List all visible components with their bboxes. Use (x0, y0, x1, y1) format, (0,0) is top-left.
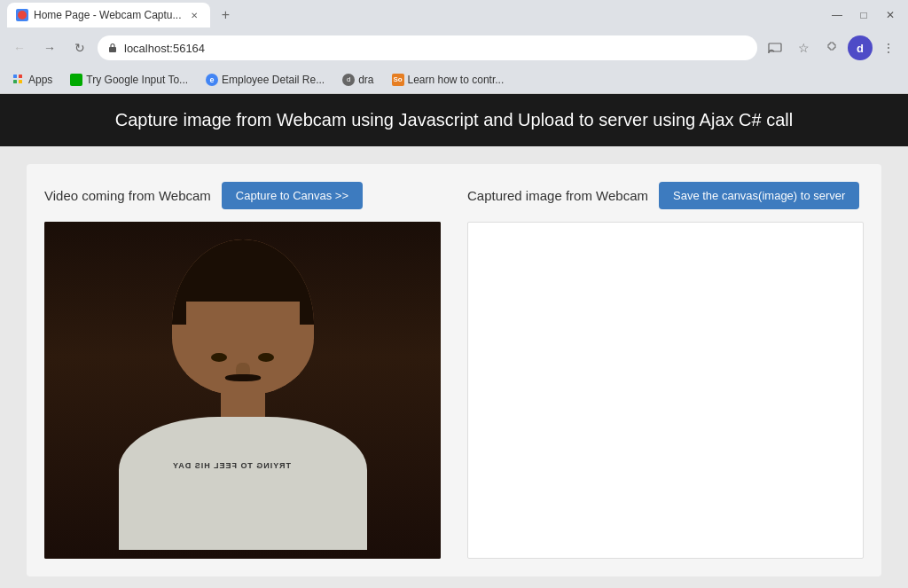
person-shoulders (119, 417, 367, 550)
browser-tab[interactable]: Home Page - Webcam Captu... ✕ (7, 3, 210, 27)
google-input-label: Try Google Input To... (86, 74, 188, 86)
video-section-label: Video coming from Webcam (44, 188, 211, 203)
person-mustache (225, 374, 261, 381)
person-eye-left (211, 353, 227, 362)
tab-close-button[interactable]: ✕ (187, 8, 201, 22)
tab-favicon (16, 9, 28, 21)
bookmark-star-icon[interactable]: ☆ (791, 35, 816, 60)
employee-favicon: e (206, 74, 218, 86)
svg-rect-1 (109, 47, 116, 52)
url-text: localhost:56164 (124, 42, 748, 55)
person-face (186, 302, 300, 395)
webcam-feed: TRYING TO FEEL HIS DAY (44, 222, 441, 559)
minimize-button[interactable]: — (826, 4, 848, 26)
page-title: Capture image from Webcam using Javascri… (115, 110, 793, 129)
maximize-button[interactable]: □ (853, 4, 874, 26)
person-eye-right (258, 353, 274, 362)
shirt-text: TRYING TO FEEL HIS DAY (172, 461, 291, 470)
google-input-favicon (70, 74, 82, 86)
bookmark-employee[interactable]: e Employee Detail Re... (200, 72, 330, 88)
url-bar[interactable]: localhost:56164 (98, 35, 757, 60)
page-header: Capture image from Webcam using Javascri… (0, 94, 908, 146)
dra-favicon: d (342, 74, 355, 86)
svg-rect-7 (19, 80, 22, 83)
main-content: Video coming from Webcam Capture to Canv… (27, 164, 881, 576)
svg-rect-4 (13, 74, 17, 78)
person-silhouette: TRYING TO FEEL HIS DAY (119, 231, 367, 550)
svg-rect-5 (19, 74, 22, 78)
secure-icon (106, 42, 119, 54)
right-section-header: Captured image from Webcam Save the canv… (467, 182, 864, 209)
svg-point-3 (768, 51, 770, 53)
bookmark-dra[interactable]: d dra (337, 72, 379, 88)
howto-label: Learn how to contr... (408, 74, 505, 86)
person-head (172, 239, 314, 395)
columns-layout: Video coming from Webcam Capture to Canv… (44, 182, 864, 559)
bookmark-howto[interactable]: So Learn how to contr... (387, 72, 510, 88)
toolbar-icons: ☆ d ⋮ (763, 35, 901, 60)
address-bar: ← → ↻ localhost:56164 ☆ d ⋮ (0, 30, 908, 66)
webcam-video-area: TRYING TO FEEL HIS DAY (44, 222, 441, 559)
bookmark-apps[interactable]: Apps (7, 72, 58, 88)
apps-label: Apps (28, 74, 52, 86)
svg-rect-6 (13, 80, 17, 83)
howto-favicon: So (392, 74, 404, 86)
window-controls: — □ ✕ (826, 4, 901, 26)
bookmarks-bar: Apps Try Google Input To... e Employee D… (0, 66, 908, 94)
page-content: Capture image from Webcam using Javascri… (0, 94, 908, 588)
employee-label: Employee Detail Re... (222, 74, 325, 86)
back-button[interactable]: ← (7, 35, 32, 60)
capture-to-canvas-button[interactable]: Capture to Canvas >> (222, 182, 363, 209)
svg-point-0 (18, 11, 27, 20)
canvas-section-label: Captured image from Webcam (467, 188, 648, 203)
tab-title: Home Page - Webcam Captu... (34, 9, 182, 21)
extensions-icon[interactable] (819, 35, 844, 60)
browser-frame: Home Page - Webcam Captu... ✕ + — □ ✕ ← … (0, 0, 908, 588)
page-inner: Capture image from Webcam using Javascri… (0, 94, 908, 588)
dra-label: dra (358, 74, 373, 86)
bookmark-google-input[interactable]: Try Google Input To... (65, 72, 193, 88)
profile-button[interactable]: d (848, 35, 873, 60)
close-button[interactable]: ✕ (880, 4, 901, 26)
menu-button[interactable]: ⋮ (876, 35, 901, 60)
left-section-header: Video coming from Webcam Capture to Canv… (44, 182, 441, 209)
apps-icon (12, 74, 25, 86)
captured-canvas-area (467, 222, 864, 559)
left-column: Video coming from Webcam Capture to Canv… (44, 182, 441, 559)
reload-button[interactable]: ↻ (67, 35, 92, 60)
right-column: Captured image from Webcam Save the canv… (467, 182, 864, 559)
save-canvas-button[interactable]: Save the canvas(image) to server (659, 182, 859, 209)
new-tab-button[interactable]: + (214, 3, 239, 27)
forward-button[interactable]: → (37, 35, 62, 60)
cast-icon[interactable] (763, 35, 787, 60)
title-bar: Home Page - Webcam Captu... ✕ + — □ ✕ (0, 0, 908, 30)
